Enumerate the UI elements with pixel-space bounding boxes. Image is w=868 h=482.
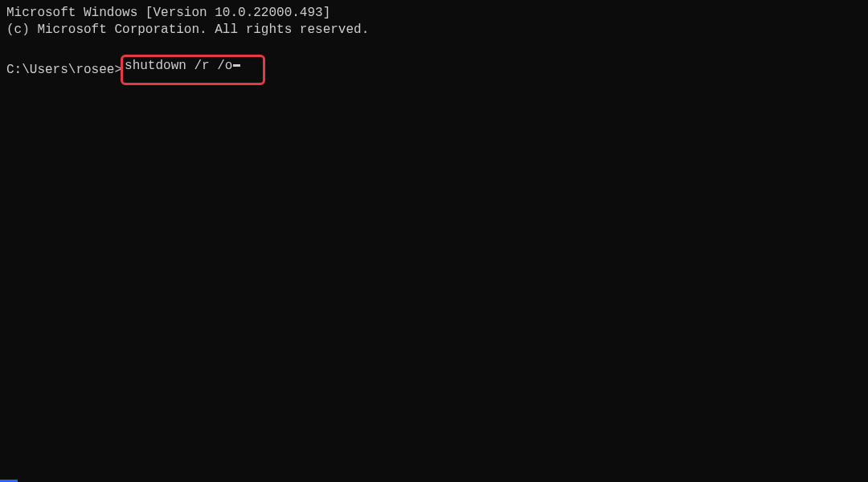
text-cursor-icon [233,64,240,67]
highlighted-command-box: shutdown /r /o [121,55,265,85]
command-prompt-line[interactable]: C:\Users\rosee> shutdown /r /o [6,55,862,85]
prompt-path: C:\Users\rosee> [6,63,122,77]
terminal-header-line-2: (c) Microsoft Corporation. All rights re… [6,22,862,39]
terminal-header-line-1: Microsoft Windows [Version 10.0.22000.49… [6,5,862,22]
command-input-text[interactable]: shutdown /r /o [125,59,232,73]
